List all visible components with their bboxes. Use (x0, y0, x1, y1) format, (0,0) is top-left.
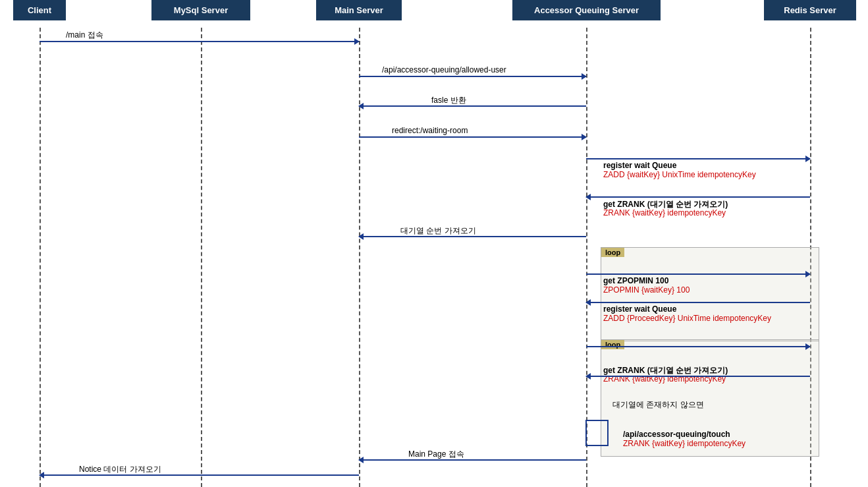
sequence-diagram: Client MySql Server Main Server Accessor… (0, 0, 868, 487)
label-zpopmin-2: ZPOPMIN {waitKey} 100 (603, 285, 690, 295)
arrow-zrank-return (586, 196, 810, 198)
arrow-zrank2 (586, 346, 810, 347)
lifeline-mysql (201, 28, 202, 487)
label-notice: Notice 데이터 가져오기 (79, 464, 161, 475)
label-zadd-proceed-2: ZADD {ProceedKey} UnixTime idempotencyKe… (603, 314, 771, 323)
label-redirect: redirect:/waiting-room (392, 126, 468, 135)
loop-label-1: loop (601, 248, 624, 257)
label-false-return: fasle 반환 (431, 95, 466, 106)
label-main-page: Main Page 접속 (408, 449, 464, 460)
actor-redis: Redis Server (764, 0, 856, 20)
arrow-main-page (359, 459, 586, 461)
actor-main-label: Main Server (335, 5, 383, 15)
arrow-register-wait (586, 158, 810, 159)
label-zadd-proceed-1: register wait Queue (603, 304, 676, 314)
actor-client: Client (13, 0, 66, 20)
loop-label-2: loop (601, 340, 624, 349)
label-allowed-user: /api/accessor-queuing/allowed-user (382, 65, 506, 74)
actor-client-label: Client (28, 5, 51, 15)
arrow-zadd-proceed (586, 302, 810, 303)
lifeline-accessor (586, 28, 587, 487)
label-main-access: /main 접속 (66, 30, 103, 41)
label-zpopmin-1: get ZPOPMIN 100 (603, 276, 668, 285)
lifeline-main (359, 28, 360, 487)
lifeline-client (40, 28, 41, 487)
arrow-allowed-user (359, 76, 586, 77)
self-call-box (585, 420, 609, 446)
label-not-exist: 대기열에 존재하지 않으면 (612, 399, 704, 411)
label-zrank-2: ZRANK {waitKey} idempotencyKey (603, 208, 726, 217)
actor-mysql-label: MySql Server (174, 5, 228, 15)
arrow-main-access (40, 41, 359, 42)
actor-mysql: MySql Server (151, 0, 250, 20)
label-register-wait-1: register wait Queue (603, 161, 676, 170)
actor-main: Main Server (316, 0, 402, 20)
label-touch-2: ZRANK {waitKey} idempotencyKey (623, 439, 746, 448)
arrow-false-return (359, 105, 586, 107)
arrow-zpopmin (586, 273, 810, 275)
actor-accessor-label: Accessor Queuing Server (534, 5, 639, 15)
label-queue-rank: 대기열 순번 가져오기 (400, 225, 476, 237)
label-touch-1: /api/accessor-queuing/touch (623, 430, 730, 439)
arrow-zrank2-return (586, 376, 810, 377)
arrow-redirect (359, 136, 586, 138)
label-register-wait-2: ZADD {waitKey} UnixTime idempotencyKey (603, 170, 756, 179)
actor-redis-label: Redis Server (784, 5, 836, 15)
actor-accessor: Accessor Queuing Server (512, 0, 661, 20)
